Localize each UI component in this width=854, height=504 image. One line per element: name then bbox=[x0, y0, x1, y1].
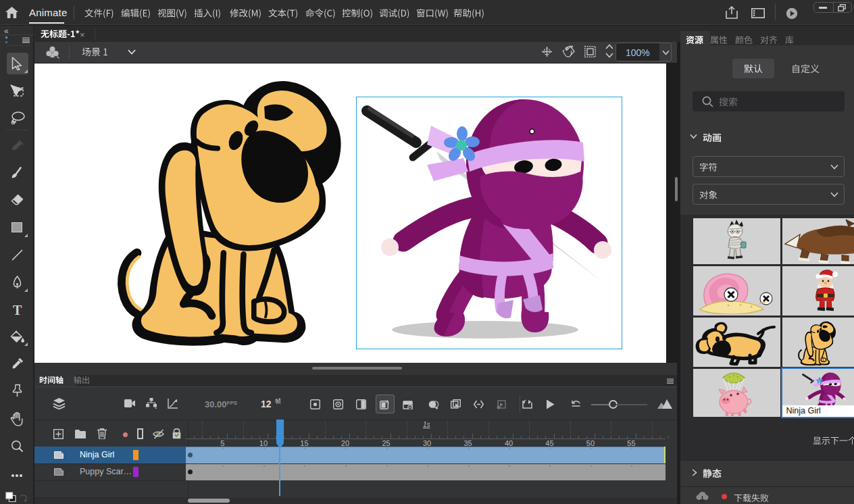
svg-text:A: A bbox=[386, 399, 389, 404]
